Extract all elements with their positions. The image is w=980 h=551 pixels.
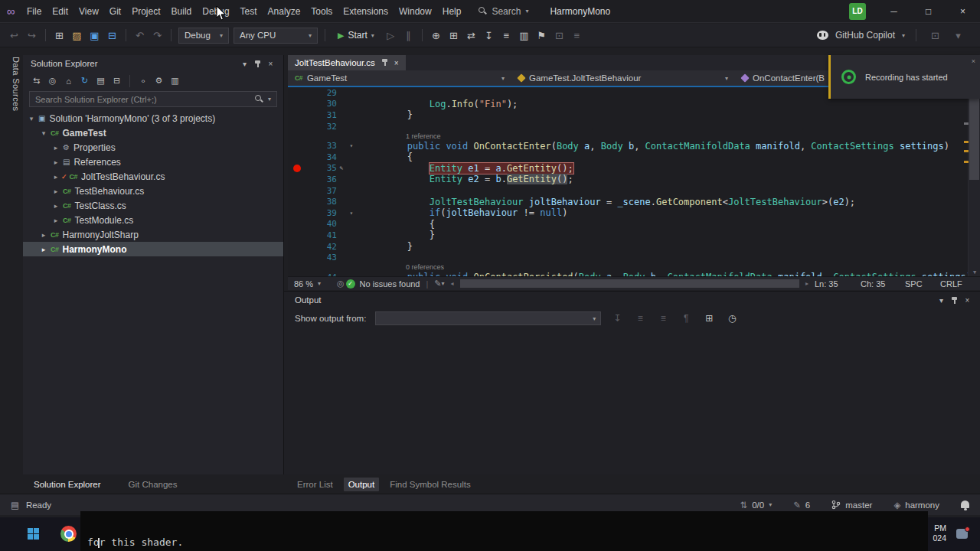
chevron-down-icon[interactable]: ▾ <box>442 280 445 287</box>
tree-item-harmonymono[interactable]: ▸C#HarmonyMono <box>23 242 283 256</box>
collapse-all-icon[interactable]: ⊟ <box>109 73 124 88</box>
pending-edits[interactable]: ✎ 6 <box>793 500 810 510</box>
chrome-taskbar-icon[interactable] <box>60 526 77 542</box>
codelens-text[interactable]: 1 reference <box>406 132 441 140</box>
codelens-text[interactable]: 0 references <box>406 263 444 271</box>
chevron-down-icon[interactable]: ▾ <box>268 96 271 103</box>
menu-item-tools[interactable]: Tools <box>305 0 338 23</box>
windows-start-button[interactable] <box>28 528 39 540</box>
code-text[interactable]: Entity e1 = a.GetEntity(); <box>357 163 573 174</box>
chevron-down-icon[interactable]: ▾ <box>26 115 37 122</box>
copilot-label[interactable]: GitHub Copilot <box>835 30 895 41</box>
configuration-dropdown[interactable]: Debug ▾ <box>178 28 229 44</box>
search-control[interactable]: Search ▾ <box>479 6 528 17</box>
bookmark-icon[interactable]: ⚑ <box>534 26 550 44</box>
close-panel-icon[interactable]: × <box>264 60 277 68</box>
window-layout-icon[interactable]: ⊞ <box>446 26 462 44</box>
chevron-right-icon[interactable]: ▸ <box>51 187 61 195</box>
taskbar-clock[interactable]: PM 024 <box>933 523 946 543</box>
solution-search-input[interactable]: Search Solution Explorer (Ctrl+;) ▾ <box>29 91 277 107</box>
tree-item-harmonyjoltsharp[interactable]: ▸C#HarmonyJoltSharp <box>23 227 283 242</box>
chevron-right-icon[interactable]: ▸ <box>51 144 61 152</box>
git-branch[interactable]: master <box>831 500 872 510</box>
code-text[interactable]: { <box>357 219 435 230</box>
code-text[interactable]: Log.Info("Fin"); <box>357 99 518 109</box>
tab-error-list[interactable]: Error List <box>292 478 338 491</box>
issues-status[interactable]: No issues found <box>360 279 420 289</box>
scroll-right-icon[interactable]: ▸ <box>805 280 808 287</box>
menu-item-edit[interactable]: Edit <box>47 0 74 23</box>
tree-item-gametest[interactable]: ▾C#GameTest <box>23 126 283 140</box>
tab-find-symbol-results[interactable]: Find Symbol Results <box>385 478 475 491</box>
pin-icon[interactable] <box>948 296 961 305</box>
navigate-symbol-icon[interactable]: ↧ <box>481 26 497 44</box>
output-source-dropdown[interactable]: ▾ <box>375 311 601 325</box>
pending-changes-filter-icon[interactable]: ◎ <box>45 73 60 88</box>
attach-process-icon[interactable]: ⊕ <box>428 26 444 44</box>
fold-chevron-icon[interactable]: ▾ <box>346 142 357 149</box>
close-toast-icon[interactable]: × <box>972 57 975 65</box>
tab-jolttestbehaviour[interactable]: JoltTestBehaviour.cs × <box>288 55 406 70</box>
show-all-files-icon[interactable]: ▤ <box>93 73 108 88</box>
background-tasks-icon[interactable]: ▤ <box>11 500 19 510</box>
tree-item-solution-harmonymono-3-of-3-projects[interactable]: ▾▣Solution 'HarmonyMono' (3 of 3 project… <box>23 111 283 126</box>
switch-views-icon[interactable]: ⇆ <box>29 73 44 88</box>
save-all-icon[interactable]: ⊟ <box>104 26 120 44</box>
pause-icon[interactable]: ∥ <box>400 26 416 44</box>
chevron-down-icon[interactable]: ▾ <box>238 60 251 68</box>
breadcrumb-gametest[interactable]: C#GameTest▾ <box>288 70 511 86</box>
home-icon[interactable]: ⌂ <box>61 73 76 88</box>
open-folder-icon[interactable]: ▨ <box>69 26 85 44</box>
environment-selector[interactable]: ◈ harmony <box>893 500 939 510</box>
history-icon[interactable]: ◷ <box>725 313 739 324</box>
chevron-right-icon[interactable]: ▸ <box>51 202 61 210</box>
tab-solution-explorer[interactable]: Solution Explorer <box>29 478 106 491</box>
document-health-icon[interactable]: ◎ <box>337 279 345 289</box>
chevron-down-icon[interactable]: ▾ <box>935 296 948 305</box>
pencil-icon[interactable]: ✎ <box>434 279 441 289</box>
line-endings-indicator[interactable]: CRLF <box>940 279 972 289</box>
code-text[interactable]: } <box>357 241 413 252</box>
breakpoint-margin[interactable] <box>288 165 306 172</box>
chevron-right-icon[interactable]: ▸ <box>51 158 61 166</box>
notifications-bell-icon[interactable] <box>961 500 969 510</box>
tree-item-testclass-cs[interactable]: ▸C#TestClass.cs <box>23 198 283 213</box>
line-operations-icon[interactable]: ≡ <box>498 26 514 44</box>
close-button[interactable]: × <box>946 0 980 23</box>
scroll-down-icon[interactable]: ▼ <box>969 269 980 276</box>
menu-item-project[interactable]: Project <box>126 0 165 23</box>
toolbar-options-icon[interactable]: ≡ <box>569 26 585 44</box>
tree-item-testbehaviour-cs[interactable]: ▸C#TestBehaviour.cs <box>23 184 283 198</box>
menu-item-view[interactable]: View <box>74 0 104 23</box>
menu-item-extensions[interactable]: Extensions <box>338 0 394 23</box>
code-text[interactable]: } <box>357 109 413 120</box>
column-indicator[interactable]: Ch: 35 <box>861 279 905 289</box>
compare-files-icon[interactable]: ⇄ <box>463 26 479 44</box>
chevron-right-icon[interactable]: ▸ <box>38 246 49 253</box>
scroll-left-icon[interactable]: ◂ <box>451 280 454 287</box>
maximize-button[interactable]: □ <box>911 0 946 23</box>
tree-item-references[interactable]: ▸▤References <box>23 155 283 169</box>
code-text[interactable]: { <box>357 152 413 162</box>
menu-item-analyze[interactable]: Analyze <box>263 0 306 23</box>
menu-item-window[interactable]: Window <box>394 0 437 23</box>
chevron-right-icon[interactable]: ▸ <box>51 173 61 181</box>
panes-icon[interactable]: ⊞ <box>702 313 716 324</box>
word-wrap-icon[interactable]: ¶ <box>679 313 693 324</box>
preview-selected-items-icon[interactable]: ▥ <box>168 73 182 88</box>
comment-block-icon[interactable]: ▥ <box>516 26 532 44</box>
chevron-down-icon[interactable]: ▾ <box>902 32 905 39</box>
properties-icon[interactable]: ⚙ <box>152 73 166 88</box>
recording-toast[interactable]: Recording has started × <box>828 55 980 99</box>
tab-output[interactable]: Output <box>344 478 380 491</box>
new-project-icon[interactable]: ⊞ <box>51 26 67 44</box>
account-avatar[interactable]: LD <box>849 3 866 20</box>
feedback-icon[interactable]: ⊡ <box>927 26 943 44</box>
pin-icon[interactable] <box>381 58 388 68</box>
chevron-right-icon[interactable]: ▸ <box>38 231 49 239</box>
breakpoint-icon[interactable] <box>293 165 301 172</box>
code-text[interactable]: public void OnContactPersisted(Body a, B… <box>357 272 972 276</box>
chevron-right-icon[interactable]: ▸ <box>51 217 61 224</box>
view-code-icon[interactable]: ‹› <box>136 73 150 88</box>
refresh-icon[interactable]: ↻ <box>77 73 92 88</box>
